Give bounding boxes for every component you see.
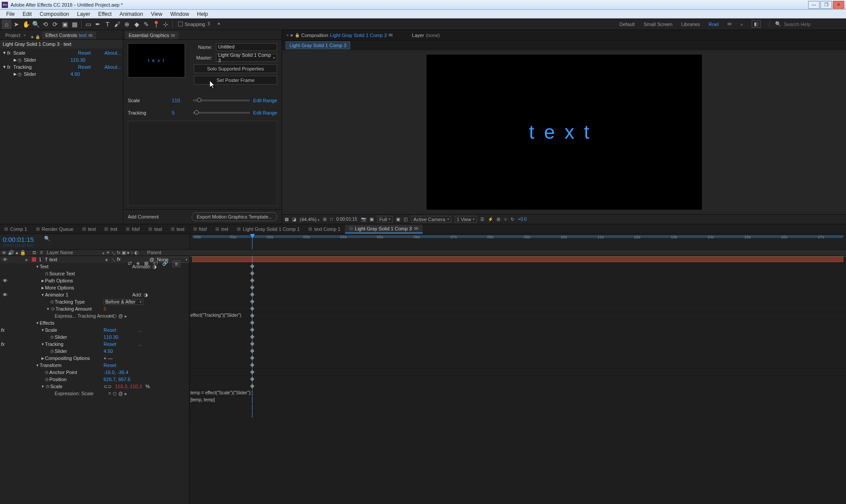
- reset-link[interactable]: Reset: [78, 50, 104, 56]
- track-row[interactable]: [189, 334, 846, 341]
- about-link[interactable]: About...: [104, 50, 121, 56]
- local-axis-icon[interactable]: ⊹: [161, 19, 171, 29]
- composition-viewer[interactable]: text: [282, 50, 846, 214]
- keyframe-icon[interactable]: [250, 285, 254, 290]
- reset-link[interactable]: Reset: [104, 363, 116, 368]
- keyframe-icon[interactable]: [250, 335, 254, 339]
- track-row[interactable]: [189, 383, 846, 390]
- track-row[interactable]: temp = effect("Scale")("Slider");: [189, 390, 846, 397]
- timeline-tab[interactable]: Comp 1: [0, 225, 32, 233]
- timeline-tab[interactable]: tret: [211, 225, 233, 233]
- expr-enable-icon[interactable]: =: [108, 314, 111, 319]
- time-ruler[interactable]: :00s01s02s03s04s05s06s07s08s09s10s11s12s…: [189, 234, 846, 249]
- stopwatch-icon[interactable]: ◷: [18, 72, 24, 77]
- roi-icon[interactable]: ▣: [396, 217, 400, 222]
- track-row[interactable]: [189, 270, 846, 277]
- constrain-icon[interactable]: ⊂⊃: [104, 384, 111, 389]
- stopwatch-icon[interactable]: ◷: [49, 300, 55, 304]
- selection-tool-icon[interactable]: ➤: [11, 19, 21, 29]
- time-display[interactable]: 0:00:01:15: [336, 217, 357, 222]
- exposure-value[interactable]: +0.0: [518, 217, 527, 222]
- track-row[interactable]: effect("Tracking")("Slider"): [189, 312, 846, 319]
- stopwatch-icon[interactable]: ◷: [49, 349, 55, 353]
- timeline-tab[interactable]: Render Queue: [32, 225, 78, 233]
- menu-layer[interactable]: Layer: [74, 10, 94, 18]
- slider-value[interactable]: 110.30: [70, 57, 85, 63]
- keyframe-icon[interactable]: [250, 328, 254, 332]
- export-template-button[interactable]: Export Motion Graphics Template...: [192, 212, 277, 221]
- expr-pickwhip-icon[interactable]: @: [119, 314, 123, 319]
- timeline-tab[interactable]: fdsf: [122, 225, 144, 233]
- layer-tab[interactable]: Layer (none): [410, 32, 442, 39]
- show-snapshot-icon[interactable]: ▣: [370, 217, 374, 222]
- stopwatch-icon[interactable]: ◷: [49, 335, 55, 339]
- grid-icon[interactable]: □: [330, 217, 333, 222]
- caret-down-icon[interactable]: ▼: [2, 51, 7, 55]
- minimize-button[interactable]: —: [808, 1, 820, 9]
- keyframe-icon[interactable]: [250, 300, 254, 304]
- track-row[interactable]: [189, 298, 846, 305]
- lock-icon[interactable]: ■: [290, 33, 293, 37]
- expression-text[interactable]: [temp, temp]: [190, 397, 215, 402]
- sync-icon[interactable]: ◧: [752, 20, 761, 28]
- track-row[interactable]: [189, 256, 846, 263]
- reset-exposure-icon[interactable]: ↻: [511, 217, 514, 222]
- composition-tab[interactable]: × ■ 🔒 Composition Light Gray Solid 1 Com…: [285, 32, 394, 39]
- puppet-tool-icon[interactable]: 📍: [151, 19, 161, 29]
- track-row[interactable]: [189, 291, 846, 298]
- stopwatch-icon[interactable]: ◷: [18, 58, 24, 63]
- stopwatch-icon[interactable]: ◷: [45, 384, 50, 389]
- visibility-icon[interactable]: 👁: [0, 278, 10, 283]
- tracking-type-dropdown[interactable]: Before & After▾: [104, 299, 143, 305]
- workspace-smallscreen[interactable]: Small Screen: [644, 22, 672, 27]
- timeline-icon[interactable]: ⊞: [497, 217, 500, 222]
- caret-right-icon[interactable]: ▶: [12, 58, 18, 62]
- effect-name[interactable]: Tracking: [13, 64, 78, 70]
- lock-icon[interactable]: 🔒: [35, 35, 40, 39]
- reset-link[interactable]: Reset: [104, 327, 116, 333]
- expr-pickwhip-icon[interactable]: @: [119, 391, 123, 396]
- eraser-tool-icon[interactable]: ◆: [132, 19, 141, 29]
- fx-badge-icon[interactable]: fx: [7, 65, 13, 70]
- options-link[interactable]: …: [137, 327, 142, 333]
- track-row[interactable]: [189, 263, 846, 270]
- keyframe-icon[interactable]: [250, 349, 254, 353]
- fx-badge-icon[interactable]: fx: [1, 327, 5, 333]
- track-row[interactable]: [189, 369, 846, 376]
- roto-tool-icon[interactable]: ✎: [141, 19, 151, 29]
- workspace-active[interactable]: Roel: [709, 22, 719, 27]
- track-row[interactable]: [189, 305, 846, 312]
- track-row[interactable]: [189, 319, 846, 326]
- flowchart-icon[interactable]: ⊹: [504, 217, 507, 222]
- keyframe-icon[interactable]: [250, 370, 254, 374]
- camera-tool-icon[interactable]: ▣: [60, 19, 70, 29]
- panel-menu-icon[interactable]: [414, 227, 418, 230]
- caret-right-icon[interactable]: ▶: [12, 72, 18, 76]
- help-search[interactable]: 🔍: [769, 21, 844, 27]
- expression-text[interactable]: effect("Tracking")("Slider"): [190, 313, 241, 318]
- keyframe-icon[interactable]: [250, 356, 254, 360]
- timeline-tab[interactable]: fdsf: [189, 225, 212, 233]
- keyframe-icon[interactable]: [250, 363, 254, 367]
- stopwatch-icon[interactable]: ◷: [50, 307, 56, 311]
- toggle-icon[interactable]: ◪: [292, 217, 296, 222]
- help-search-input[interactable]: [784, 22, 837, 27]
- track-row[interactable]: [189, 362, 846, 369]
- slider-value[interactable]: 110.30: [104, 334, 119, 340]
- timeline-tab[interactable]: text Comp 1: [304, 225, 345, 233]
- stopwatch-icon[interactable]: ◷: [44, 377, 49, 382]
- keyframe-icon[interactable]: [250, 342, 254, 346]
- track-row[interactable]: [189, 326, 846, 334]
- workspace-menu-icon[interactable]: [727, 23, 731, 25]
- add-menu-icon[interactable]: ◑: [144, 292, 148, 297]
- timeline-tab[interactable]: tret: [100, 225, 122, 233]
- expression-text[interactable]: temp = effect("Scale")("Slider");: [190, 390, 252, 395]
- slider-value[interactable]: 4.50: [70, 71, 80, 77]
- keyframe-icon[interactable]: [250, 307, 254, 311]
- home-tool-icon[interactable]: ⌂: [2, 19, 11, 29]
- position-value[interactable]: 626.7, 667.6: [104, 377, 130, 382]
- shy-icon[interactable]: ⧉: [31, 250, 38, 256]
- slider-handle[interactable]: [197, 98, 201, 102]
- effect-controls-tab[interactable]: Effect Controls text: [42, 31, 96, 39]
- panel-menu-icon[interactable]: [389, 34, 393, 36]
